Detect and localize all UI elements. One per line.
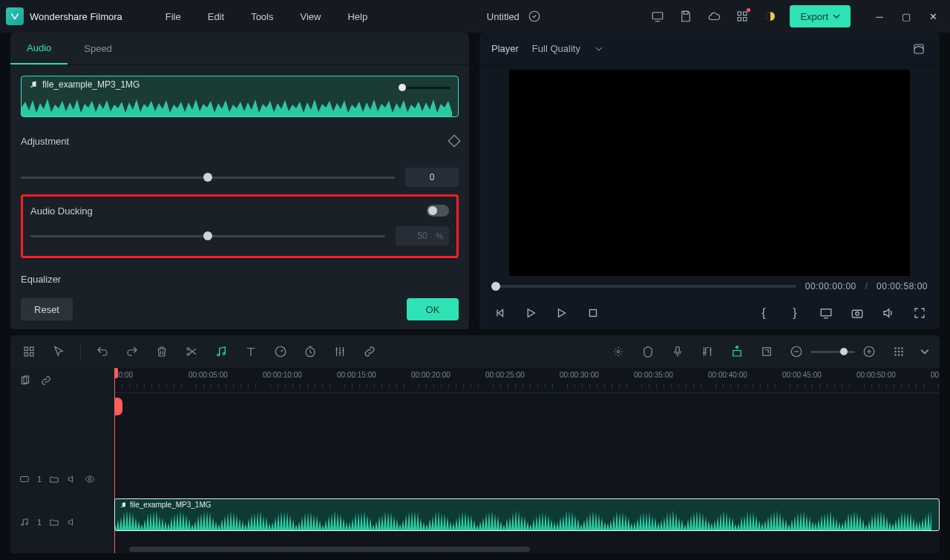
adjust-icon[interactable] (332, 343, 348, 360)
audio-ducking-value-box[interactable]: 50 % (396, 226, 449, 246)
grid-icon[interactable] (21, 343, 37, 360)
timeline-toolbar (10, 335, 940, 368)
svg-rect-17 (24, 353, 28, 357)
split-icon[interactable] (183, 343, 200, 360)
timer-icon[interactable] (302, 343, 318, 360)
prev-frame-icon[interactable] (491, 305, 508, 321)
stop-icon[interactable] (585, 305, 601, 321)
audio-marker-icon[interactable] (114, 398, 122, 415)
menu-file[interactable]: File (152, 11, 194, 22)
play-forward-icon[interactable] (554, 305, 570, 321)
timeline-audio-clip[interactable]: file_example_MP3_1MG (114, 498, 940, 531)
quality-select[interactable]: Full Quality (532, 43, 603, 54)
export-button[interactable]: Export (790, 5, 851, 27)
svg-rect-12 (821, 309, 831, 316)
cloud-icon[interactable] (705, 7, 723, 25)
apps-icon[interactable] (733, 7, 751, 25)
particle-icon[interactable] (610, 343, 626, 360)
volume-icon[interactable] (880, 305, 897, 321)
link-icon[interactable] (361, 343, 378, 360)
marker-icon[interactable] (640, 343, 656, 360)
mic-icon[interactable] (669, 343, 686, 360)
menu-edit[interactable]: Edit (194, 11, 238, 22)
svg-rect-15 (24, 347, 28, 351)
view-chevron-icon[interactable] (920, 343, 929, 360)
keyframe-diamond-icon[interactable] (448, 135, 461, 148)
export-label: Export (800, 11, 828, 22)
svg-point-32 (902, 348, 903, 349)
mark-out-icon[interactable]: } (787, 305, 803, 321)
mark-in-icon[interactable]: { (756, 305, 772, 321)
waveform-gain-slider[interactable] (399, 84, 451, 91)
text-icon[interactable] (243, 343, 259, 360)
eye-icon[interactable] (85, 474, 95, 484)
svg-point-42 (88, 478, 91, 481)
player-tab[interactable]: Player (491, 43, 519, 54)
scope-icon[interactable] (910, 40, 928, 58)
svg-point-14 (856, 312, 859, 316)
timeline-ruler[interactable]: 00:0000:00:05:0000:00:10:0000:00:15:0000… (114, 368, 940, 393)
tab-audio[interactable]: Audio (10, 33, 68, 65)
crop-icon[interactable] (759, 343, 775, 360)
fullscreen-icon[interactable] (911, 305, 928, 321)
titlebar: Wondershare Filmora File Edit Tools View… (0, 0, 950, 33)
snapshot-icon[interactable] (849, 305, 865, 321)
menu-view[interactable]: View (286, 11, 334, 22)
chevron-down-icon (833, 13, 840, 20)
zoom-out-icon[interactable] (788, 343, 805, 360)
video-track-head[interactable]: 1 (10, 461, 114, 497)
menu-tools[interactable]: Tools (238, 11, 286, 22)
timeline-scrollbar[interactable] (129, 547, 530, 552)
player-panel: Player Full Quality 00:00:00:00 / 00:00:… (479, 33, 940, 329)
menu-help[interactable]: Help (334, 11, 381, 22)
display-icon[interactable] (818, 305, 834, 321)
svg-rect-16 (30, 347, 34, 351)
save-icon[interactable] (677, 7, 695, 25)
pitch-value[interactable]: 0 (405, 168, 459, 187)
chapter-icon[interactable] (729, 343, 745, 360)
video-track-icon (19, 474, 30, 484)
speed-icon[interactable] (272, 343, 289, 360)
playhead[interactable] (114, 368, 125, 393)
folder-icon[interactable] (49, 517, 59, 527)
current-time: 00:00:00:00 (805, 281, 856, 291)
folder-icon[interactable] (49, 474, 59, 484)
zoom-in-icon[interactable] (861, 343, 877, 360)
screen-icon[interactable] (649, 7, 666, 25)
play-icon[interactable] (522, 305, 539, 321)
mute-icon[interactable] (67, 474, 77, 484)
window-minimize[interactable]: ─ (868, 5, 891, 27)
mute-icon[interactable] (67, 517, 77, 527)
theme-icon[interactable] (761, 7, 779, 25)
reset-button[interactable]: Reset (21, 298, 73, 320)
link-tracks-icon[interactable] (40, 375, 52, 386)
view-mode-icon[interactable] (891, 343, 907, 360)
delete-icon[interactable] (154, 343, 170, 360)
audio-ducking-slider[interactable] (30, 229, 385, 243)
svg-rect-5 (738, 18, 741, 22)
undo-icon[interactable] (94, 343, 111, 360)
playback-scrubber[interactable] (491, 285, 796, 288)
svg-rect-10 (914, 45, 923, 53)
audio-ducking-toggle[interactable] (427, 205, 449, 217)
zoom-slider[interactable] (810, 351, 855, 353)
ok-button[interactable]: OK (407, 298, 459, 320)
svg-point-34 (898, 351, 900, 352)
audio-mixer-icon[interactable] (699, 343, 715, 360)
audio-edit-icon[interactable] (213, 343, 229, 360)
app-name: Wondershare Filmora (30, 11, 122, 22)
video-preview[interactable] (509, 70, 910, 276)
window-close[interactable]: ✕ (922, 5, 944, 27)
redo-icon[interactable] (124, 343, 140, 360)
audio-track-head[interactable]: 1 (10, 504, 114, 540)
waveform-preview[interactable]: file_example_MP3_1MG (21, 76, 459, 117)
svg-rect-26 (676, 346, 680, 352)
tab-speed[interactable]: Speed (68, 33, 128, 65)
window-maximize[interactable]: ▢ (895, 5, 917, 27)
audio-file-name: file_example_MP3_1MG (42, 79, 140, 90)
svg-point-21 (217, 354, 220, 356)
select-tool-icon[interactable] (50, 343, 67, 360)
audio-ducking-section: Audio Ducking 50 % (21, 194, 459, 258)
pitch-slider[interactable] (21, 171, 395, 184)
copy-tracks-icon[interactable] (19, 375, 31, 386)
